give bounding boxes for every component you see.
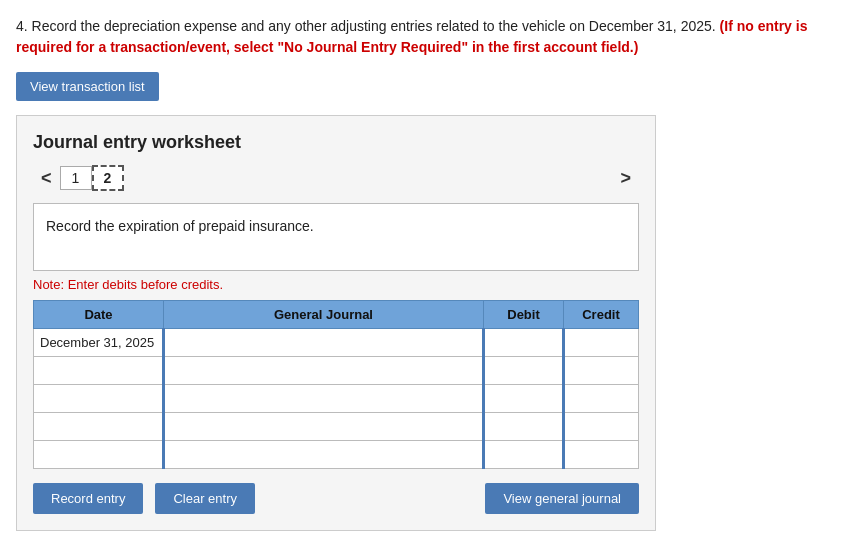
page-1[interactable]: 1 <box>60 166 92 190</box>
debit-cell-4[interactable] <box>484 413 564 441</box>
table-row: December 31, 2025 <box>34 329 639 357</box>
clear-entry-button[interactable]: Clear entry <box>155 483 255 514</box>
prev-page-button[interactable]: < <box>33 166 60 191</box>
date-cell-4 <box>34 413 164 441</box>
debit-cell-2[interactable] <box>484 357 564 385</box>
instruction-body: Record the depreciation expense and any … <box>32 18 716 34</box>
pagination-bar: < 1 2 > <box>33 165 639 191</box>
credit-cell-2[interactable] <box>564 357 639 385</box>
table-row <box>34 441 639 469</box>
view-general-journal-button[interactable]: View general journal <box>485 483 639 514</box>
column-header-date: Date <box>34 301 164 329</box>
action-buttons-row: Record entry Clear entry View general jo… <box>33 483 639 514</box>
record-entry-button[interactable]: Record entry <box>33 483 143 514</box>
credit-cell-4[interactable] <box>564 413 639 441</box>
table-row <box>34 413 639 441</box>
credit-cell-5[interactable] <box>564 441 639 469</box>
column-header-debit: Debit <box>484 301 564 329</box>
description-text: Record the expiration of prepaid insuran… <box>46 218 314 234</box>
gj-cell-5[interactable] <box>164 441 484 469</box>
journal-table: Date General Journal Debit Credit Decemb… <box>33 300 639 469</box>
date-cell-1: December 31, 2025 <box>34 329 164 357</box>
worksheet-title: Journal entry worksheet <box>33 132 639 153</box>
column-header-credit: Credit <box>564 301 639 329</box>
table-header-row: Date General Journal Debit Credit <box>34 301 639 329</box>
debit-cell-1[interactable] <box>484 329 564 357</box>
instructions-text: 4. Record the depreciation expense and a… <box>16 16 843 58</box>
date-cell-2 <box>34 357 164 385</box>
gj-cell-2[interactable] <box>164 357 484 385</box>
column-header-gj: General Journal <box>164 301 484 329</box>
date-cell-3 <box>34 385 164 413</box>
worksheet-container: Journal entry worksheet < 1 2 > Record t… <box>16 115 656 531</box>
instruction-number: 4. <box>16 18 28 34</box>
date-cell-5 <box>34 441 164 469</box>
note-text: Note: Enter debits before credits. <box>33 277 639 292</box>
gj-cell-1[interactable] <box>164 329 484 357</box>
gj-cell-4[interactable] <box>164 413 484 441</box>
gj-cell-3[interactable] <box>164 385 484 413</box>
credit-cell-3[interactable] <box>564 385 639 413</box>
view-transaction-button[interactable]: View transaction list <box>16 72 159 101</box>
next-page-button[interactable]: > <box>612 166 639 191</box>
table-row <box>34 385 639 413</box>
debit-cell-5[interactable] <box>484 441 564 469</box>
table-row <box>34 357 639 385</box>
debit-cell-3[interactable] <box>484 385 564 413</box>
page-2[interactable]: 2 <box>92 165 124 191</box>
credit-cell-1[interactable] <box>564 329 639 357</box>
description-box: Record the expiration of prepaid insuran… <box>33 203 639 271</box>
